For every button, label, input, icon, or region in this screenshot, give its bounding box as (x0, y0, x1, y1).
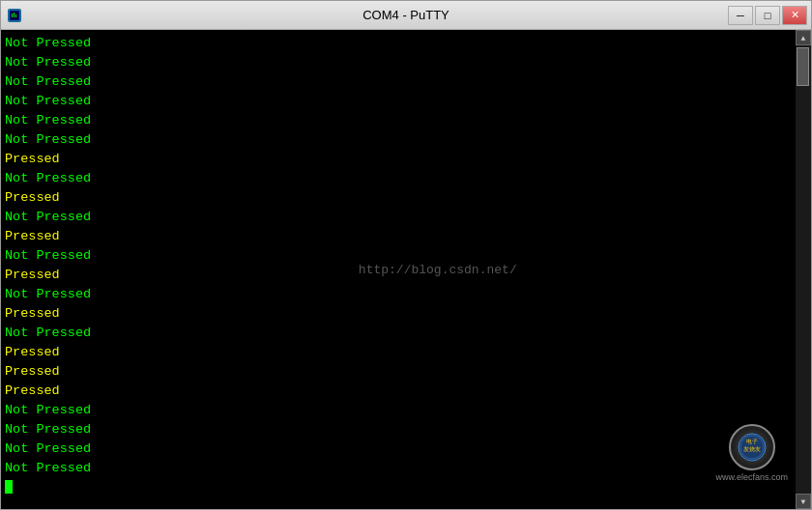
terminal-line: Not Pressed (5, 401, 792, 420)
terminal-line: Not Pressed (5, 92, 792, 111)
terminal-cursor-line (5, 478, 792, 497)
terminal-line: Not Pressed (5, 34, 792, 53)
terminal-line: Pressed (5, 227, 792, 246)
scroll-thumb[interactable] (797, 47, 809, 86)
svg-rect-4 (14, 13, 14, 17)
terminal-line: Not Pressed (5, 111, 792, 130)
terminal-line: Pressed (5, 382, 792, 401)
title-bar: COM4 - PuTTY ─ □ ✕ (1, 1, 811, 30)
terminal-line: Not Pressed (5, 324, 792, 343)
close-button[interactable]: ✕ (782, 6, 807, 25)
terminal-line: Pressed (5, 343, 792, 362)
terminal-line: Not Pressed (5, 208, 792, 227)
scroll-down-button[interactable]: ▼ (796, 494, 811, 509)
svg-rect-5 (15, 14, 16, 17)
terminal-line: Not Pressed (5, 53, 792, 72)
terminal-line: Not Pressed (5, 246, 792, 266)
putty-icon (5, 6, 24, 25)
scroll-track[interactable] (796, 45, 811, 494)
terminal-line: Pressed (5, 188, 792, 208)
terminal-line: Not Pressed (5, 72, 792, 92)
svg-rect-3 (12, 14, 13, 17)
window-controls: ─ □ ✕ (728, 6, 807, 25)
terminal-content[interactable]: Not PressedNot PressedNot PressedNot Pre… (1, 30, 796, 509)
putty-window: COM4 - PuTTY ─ □ ✕ Not PressedNot Presse… (0, 0, 812, 510)
terminal-line: Not Pressed (5, 420, 792, 439)
terminal-line: Pressed (5, 150, 792, 169)
restore-button[interactable]: □ (755, 6, 780, 25)
terminal-line: Not Pressed (5, 169, 792, 188)
terminal-cursor (5, 480, 13, 494)
terminal-line: Pressed (5, 266, 792, 285)
terminal-line: Pressed (5, 304, 792, 324)
minimize-button[interactable]: ─ (728, 6, 753, 25)
scroll-up-button[interactable]: ▲ (796, 30, 811, 45)
terminal-area[interactable]: Not PressedNot PressedNot PressedNot Pre… (1, 30, 811, 509)
terminal-line: Pressed (5, 362, 792, 382)
scrollbar[interactable]: ▲ ▼ (796, 30, 811, 509)
terminal-line: Not Pressed (5, 459, 792, 478)
window-title: COM4 - PuTTY (362, 8, 450, 22)
terminal-line: Not Pressed (5, 439, 792, 459)
terminal-line: Not Pressed (5, 130, 792, 150)
terminal-line: Not Pressed (5, 285, 792, 304)
title-bar-left (5, 6, 24, 25)
